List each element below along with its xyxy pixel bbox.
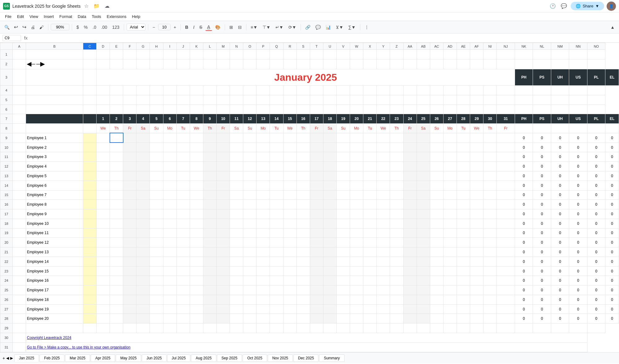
r29c18[interactable]: [297, 323, 310, 333]
cell-r16-d20[interactable]: [350, 200, 363, 209]
filter-button[interactable]: ⊻▼: [334, 24, 345, 31]
cell-r28-d18[interactable]: [323, 314, 336, 323]
cell-r22-d12[interactable]: [243, 257, 257, 266]
r2c34[interactable]: [551, 59, 569, 69]
cell-r26-d14[interactable]: [270, 295, 283, 304]
r6c26[interactable]: [403, 105, 417, 114]
cell-r9-d6[interactable]: [163, 133, 176, 143]
cell-r17-d14[interactable]: [270, 209, 283, 219]
cell-r11-d7[interactable]: [176, 152, 190, 162]
cell-r20-d2[interactable]: [110, 238, 123, 247]
cell-r24-d25[interactable]: [417, 276, 430, 285]
r1c10[interactable]: [190, 50, 203, 59]
summary-us-row18[interactable]: 0: [569, 219, 587, 228]
cell-r18-d14[interactable]: [270, 219, 283, 228]
cell-r17-d15[interactable]: [283, 209, 297, 219]
chart-button[interactable]: 📊: [324, 24, 333, 31]
cell-r12-d19[interactable]: [336, 162, 350, 171]
employee-name-15[interactable]: Employee 7: [26, 190, 83, 200]
r5c15[interactable]: [257, 95, 270, 105]
menu-data[interactable]: Data: [75, 13, 89, 20]
cell-r13-d8[interactable]: [190, 171, 203, 181]
summary-ph-row21[interactable]: 0: [515, 247, 533, 257]
cell-r12-d6[interactable]: [163, 162, 176, 171]
summary-uh-row16[interactable]: 0: [551, 200, 569, 209]
cell-r10-d29[interactable]: [470, 143, 483, 152]
r6c8[interactable]: [163, 105, 176, 114]
cell-r27-d3[interactable]: [123, 304, 136, 314]
r1c5[interactable]: [123, 50, 136, 59]
cell-r25-d2[interactable]: [110, 285, 123, 295]
summary-ps-row22[interactable]: 0: [533, 257, 551, 266]
cell-r10-d11[interactable]: [230, 143, 243, 152]
cell-r20-d17[interactable]: [310, 238, 323, 247]
summary-ph-row25[interactable]: 0: [515, 285, 533, 295]
cell-r17-d25[interactable]: [417, 209, 430, 219]
r5c5[interactable]: [123, 95, 136, 105]
cell-r28-d9[interactable]: [203, 314, 216, 323]
cell-r10-d3[interactable]: [123, 143, 136, 152]
cell-r10-d13[interactable]: [257, 143, 270, 152]
cell-r26-d1[interactable]: [97, 295, 110, 304]
rotate-button[interactable]: ⟳▼: [287, 24, 298, 31]
col-header-b[interactable]: B: [26, 43, 83, 50]
cell-r16-d15[interactable]: [283, 200, 297, 209]
summary-uh-row18[interactable]: 0: [551, 219, 569, 228]
cell-r13-d4[interactable]: [136, 171, 150, 181]
r4c20[interactable]: [323, 86, 336, 95]
r4c37[interactable]: [569, 86, 587, 95]
col-header-af[interactable]: AF: [470, 43, 483, 50]
r2c20[interactable]: [350, 59, 363, 69]
r2c24[interactable]: [403, 59, 417, 69]
cell-r9-d29[interactable]: [470, 133, 483, 143]
cell-r15-d8[interactable]: [190, 190, 203, 200]
cell-r13-d5[interactable]: [150, 171, 163, 181]
yellow-col-employee-row-15[interactable]: [83, 190, 96, 200]
cell-r19-d23[interactable]: [390, 228, 403, 238]
cell-r9-d1[interactable]: [97, 133, 110, 143]
cell-r26-d15[interactable]: [283, 295, 297, 304]
cell-r27-d22[interactable]: [377, 304, 390, 314]
menu-tools[interactable]: Tools: [89, 13, 103, 20]
summary-pl-row25[interactable]: 0: [587, 285, 605, 295]
r5c21[interactable]: [336, 95, 350, 105]
cell-r20-d19[interactable]: [336, 238, 350, 247]
r29c14[interactable]: [243, 323, 257, 333]
cell-r20-d11[interactable]: [230, 238, 243, 247]
cell-r28-d10[interactable]: [217, 314, 230, 323]
r29c8[interactable]: [163, 323, 176, 333]
cell-r12-d7[interactable]: [176, 162, 190, 171]
cell-r13-d29[interactable]: [470, 171, 483, 181]
col-header-ad[interactable]: AD: [443, 43, 457, 50]
r6c21[interactable]: [336, 105, 350, 114]
cell-r15-d11[interactable]: [230, 190, 243, 200]
r1c7[interactable]: [150, 50, 163, 59]
cell-r9-d10[interactable]: [217, 133, 230, 143]
r5c3[interactable]: [97, 95, 110, 105]
r6c2[interactable]: [83, 105, 96, 114]
summary-el-row23[interactable]: 0: [605, 266, 619, 276]
day-abbr-13[interactable]: Mo: [257, 124, 270, 133]
employee-name-22[interactable]: Employee 14: [26, 257, 83, 266]
cell-r14-d18[interactable]: [323, 181, 336, 190]
cell-r17-d6[interactable]: [163, 209, 176, 219]
link-button[interactable]: 🔗: [303, 24, 312, 31]
zoom-display[interactable]: 90%: [51, 24, 69, 30]
cell-r19-d20[interactable]: [350, 228, 363, 238]
cell-r13-d12[interactable]: [243, 171, 257, 181]
cell-r11-d21[interactable]: [363, 152, 377, 162]
cell-r19-d7[interactable]: [176, 228, 190, 238]
cell-r28-d19[interactable]: [336, 314, 350, 323]
cell-r19-d4[interactable]: [136, 228, 150, 238]
summary-ph-row23[interactable]: 0: [515, 266, 533, 276]
row-header-27[interactable]: 27: [0, 304, 13, 314]
cell-r9-d28[interactable]: [457, 133, 470, 143]
cell-r15-d17[interactable]: [310, 190, 323, 200]
r6c15[interactable]: [257, 105, 270, 114]
cell-r9-d13[interactable]: [257, 133, 270, 143]
r1c23[interactable]: [363, 50, 377, 59]
cell-r20-d13[interactable]: [257, 238, 270, 247]
cell-r10-d16[interactable]: [297, 143, 310, 152]
r2c3[interactable]: [123, 59, 136, 69]
cell-r17-d22[interactable]: [377, 209, 390, 219]
